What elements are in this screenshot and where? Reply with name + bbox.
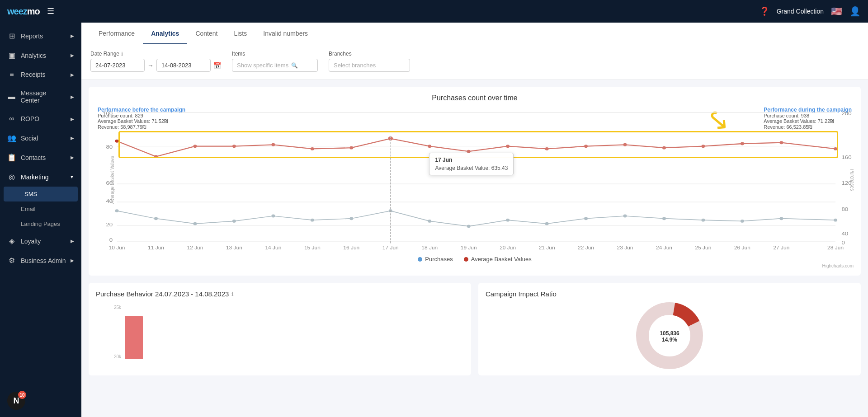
chart-legend: Purchases Average Basket Values: [96, 256, 854, 262]
sidebar-item-label-reports: Reports: [21, 33, 43, 40]
tooltip-val: Average Basket Value: 635.43: [435, 165, 508, 171]
legend-purchases: Purchases: [418, 256, 453, 262]
loyalty-arrow: ▶: [71, 239, 74, 244]
contacts-arrow: ▶: [71, 155, 74, 160]
legend-basket-label: Average Basket Values: [471, 256, 532, 262]
svg-text:0: 0: [841, 240, 845, 246]
svg-text:15 Jun: 15 Jun: [304, 245, 321, 250]
svg-point-56: [779, 141, 783, 144]
svg-point-39: [115, 140, 119, 143]
marketing-arrow: ▼: [70, 174, 74, 179]
svg-point-30: [506, 219, 509, 222]
sidebar-item-label-message-center: Message Center: [21, 89, 66, 104]
svg-point-54: [701, 145, 705, 148]
svg-point-43: [271, 143, 275, 146]
sidebar-item-social[interactable]: 👥 Social ▶: [0, 128, 81, 148]
svg-text:27 Jun: 27 Jun: [773, 245, 789, 250]
main-chart-section: Purchases count over time Performance be…: [89, 87, 861, 276]
svg-point-26: [349, 217, 353, 220]
branches-label: Branches: [329, 51, 410, 57]
social-icon: 👥: [7, 134, 16, 142]
sidebar-item-contacts[interactable]: 📋 Contacts ▶: [0, 148, 81, 167]
filters-bar: Date Range ℹ → 📅 Items Show specific ite…: [81, 45, 868, 80]
sidebar-item-loyalty[interactable]: ◈ Loyalty ▶: [0, 231, 81, 251]
logo: weezmo: [7, 6, 40, 17]
sidebar-sub-item-landing-pages[interactable]: Landing Pages: [0, 216, 81, 231]
svg-text:40: 40: [841, 231, 848, 237]
date-from-input[interactable]: [90, 59, 145, 72]
sidebar: ⊞ Reports ▶ ▣ Analytics ▶ ≡ Receipts ▶ ▬…: [0, 23, 81, 417]
hamburger-button[interactable]: ☰: [47, 6, 54, 16]
items-input[interactable]: Show specific items 🔍: [232, 59, 318, 72]
basket-values-dot: [464, 257, 468, 262]
sidebar-item-label-ropo: ROPO: [21, 115, 39, 122]
sidebar-sub-item-sms[interactable]: SMS: [4, 187, 78, 201]
purchase-behavior-card: Purchase Behavior 24.07.2023 - 14.08.202…: [89, 283, 471, 375]
chart-wrapper: 17 Jun Average Basket Value: 635.43 100 …: [96, 108, 854, 252]
svg-text:0: 0: [109, 237, 113, 243]
sidebar-item-reports[interactable]: ⊞ Reports ▶: [0, 26, 81, 46]
sidebar-sub-item-email[interactable]: Email: [0, 201, 81, 216]
analytics-arrow: ▶: [71, 53, 74, 58]
sidebar-item-analytics[interactable]: ▣ Analytics ▶: [0, 46, 81, 65]
sidebar-item-receipts[interactable]: ≡ Receipts ▶: [0, 65, 81, 84]
sidebar-item-business-admin[interactable]: ⚙ Business Admin ▶: [0, 251, 81, 270]
svg-text:Average Basket Values: Average Basket Values: [109, 156, 115, 204]
svg-point-29: [467, 225, 471, 228]
svg-text:16 Jun: 16 Jun: [343, 245, 359, 250]
tab-content[interactable]: Content: [187, 23, 226, 44]
branches-input[interactable]: Select branches: [329, 59, 410, 72]
svg-point-25: [311, 219, 314, 222]
donut-pct: 14.9%: [660, 337, 679, 343]
tab-lists[interactable]: Lists: [226, 23, 255, 44]
tooltip-date: 17 Jun: [435, 157, 508, 163]
business-admin-arrow: ▶: [71, 258, 74, 263]
branches-filter: Branches Select branches: [329, 51, 410, 72]
message-center-arrow: ▶: [71, 94, 74, 99]
message-center-icon: ▬: [7, 93, 16, 101]
svg-point-35: [701, 219, 705, 222]
svg-point-40: [154, 155, 158, 158]
social-arrow: ▶: [71, 136, 74, 141]
tab-invalid-numbers[interactable]: Invalid numbers: [255, 23, 316, 44]
svg-point-55: [741, 142, 744, 145]
calendar-icon[interactable]: 📅: [213, 62, 221, 69]
date-to-input[interactable]: [156, 59, 211, 72]
sidebar-item-message-center[interactable]: ▬ Message Center ▶: [0, 84, 81, 109]
svg-text:22 Jun: 22 Jun: [578, 245, 594, 250]
reports-icon: ⊞: [7, 32, 16, 40]
chart-svg: 100 80 60 40 20 0 Average Basket Values …: [96, 108, 854, 252]
sidebar-item-marketing[interactable]: ◎ Marketing ▼: [0, 167, 81, 187]
svg-point-21: [154, 217, 158, 220]
contacts-icon: 📋: [7, 153, 16, 162]
y-label-25k: 25k: [114, 305, 121, 310]
y-label-20k: 20k: [114, 354, 121, 359]
help-icon[interactable]: ❓: [760, 6, 769, 16]
date-range-filter: Date Range ℹ → 📅: [90, 51, 221, 72]
tab-analytics[interactable]: Analytics: [143, 23, 187, 44]
org-name: Grand Collection: [777, 8, 824, 15]
chart-title: Purchases count over time: [96, 94, 854, 102]
svg-point-38: [834, 219, 837, 222]
bar-0: [125, 316, 143, 359]
svg-text:14 Jun: 14 Jun: [265, 245, 281, 250]
svg-point-20: [115, 209, 119, 212]
bottom-charts-row: Purchase Behavior 24.07.2023 - 14.08.202…: [89, 283, 861, 375]
branches-placeholder-text: Select branches: [334, 62, 376, 69]
sidebar-item-label-social: Social: [21, 135, 38, 142]
sidebar-item-ropo[interactable]: ∞ ROPO ▶: [0, 109, 81, 128]
campaign-impact-card: Campaign Impact Ratio 105,836 14.9%: [478, 283, 861, 375]
svg-text:100: 100: [103, 111, 113, 117]
svg-point-42: [232, 145, 236, 148]
receipts-arrow: ▶: [71, 72, 74, 77]
svg-point-50: [545, 147, 549, 150]
svg-point-22: [193, 222, 197, 225]
svg-text:200: 200: [841, 111, 851, 117]
notification-badge[interactable]: N 10: [7, 392, 25, 410]
svg-point-57: [834, 147, 837, 150]
user-icon[interactable]: 👤: [849, 6, 861, 17]
tab-performance[interactable]: Performance: [90, 23, 143, 44]
date-range-row: → 📅: [90, 59, 221, 72]
svg-point-49: [506, 145, 509, 148]
svg-text:26 Jun: 26 Jun: [734, 245, 750, 250]
